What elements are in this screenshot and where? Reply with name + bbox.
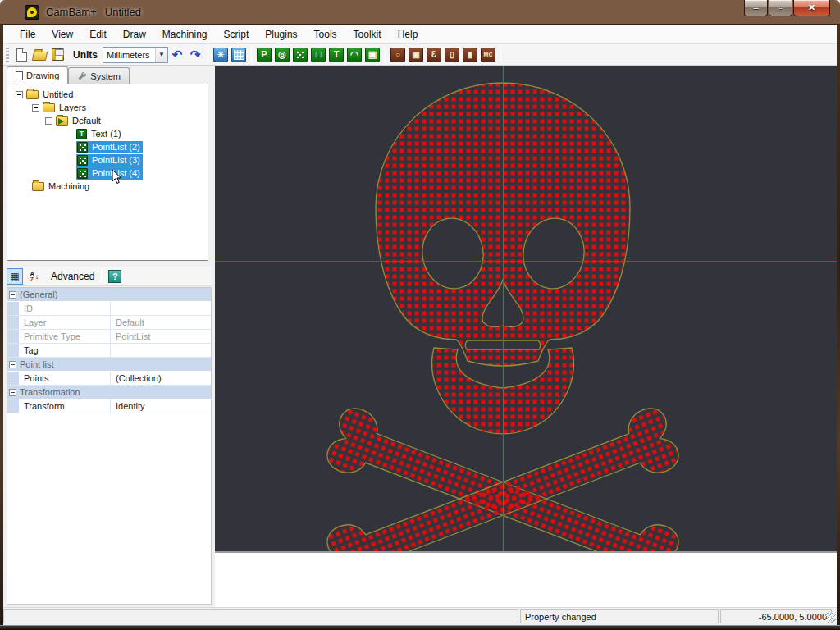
help-icon: ? — [112, 272, 118, 281]
toolbar-grip[interactable] — [6, 48, 9, 62]
collapse-icon[interactable] — [9, 389, 16, 396]
tree-item-untitled[interactable]: Untitled — [7, 88, 208, 101]
tree-item-text-1[interactable]: T Text (1) — [7, 127, 208, 140]
close-button[interactable]: ✕ — [793, 0, 830, 16]
property-toolbar: ▦ AZ↓ Advanced ? — [7, 267, 212, 286]
property-category[interactable]: Transformation — [7, 386, 211, 399]
restore-icon: ▫ — [779, 2, 783, 12]
draw-polyline-button[interactable]: P — [257, 48, 272, 62]
toolbar-separator — [385, 47, 386, 63]
maximize-button[interactable]: ▫ — [769, 0, 792, 16]
collapse-icon[interactable] — [16, 91, 23, 98]
folder-icon — [26, 90, 39, 99]
engrave-mop-icon: Ɛ — [431, 51, 436, 59]
drawing-canvas[interactable] — [215, 66, 837, 551]
draw-polyline-icon: P — [261, 50, 267, 59]
tree-item-label: Text (1) — [91, 129, 121, 139]
tree-item-pointlist-4[interactable]: PointList (4) — [7, 167, 208, 180]
canvas-area — [215, 66, 837, 607]
status-message: Property changed — [520, 609, 719, 623]
collapse-icon[interactable] — [9, 361, 16, 368]
menu-view[interactable]: View — [43, 26, 81, 43]
new-file-button[interactable] — [13, 47, 30, 63]
open-file-button[interactable] — [31, 47, 48, 63]
draw-circle-button[interactable]: ◎ — [275, 48, 290, 62]
tree-item-layers[interactable]: Layers — [7, 101, 208, 114]
snap-points-icon: ✳ — [217, 51, 224, 59]
resize-grip-icon[interactable] — [825, 613, 836, 623]
draw-pointlist-button[interactable] — [293, 48, 308, 62]
toolbar-separator — [101, 270, 102, 283]
cambam-logo-icon — [25, 5, 39, 20]
property-row[interactable]: Primitive Type PointList — [7, 330, 211, 344]
text-entity-icon: T — [76, 129, 87, 139]
undo-button[interactable]: ↶ — [169, 47, 185, 63]
menu-help[interactable]: Help — [390, 26, 427, 43]
lathe-mop-button[interactable]: ▮ — [463, 48, 477, 62]
help-button[interactable]: ? — [108, 270, 121, 283]
lathe-mop-icon: ▮ — [468, 51, 472, 59]
toolbar-separator — [251, 47, 252, 63]
drill-mop-button[interactable]: ▯ — [445, 48, 459, 62]
property-row[interactable]: Transform Identity — [7, 399, 211, 413]
collapse-icon[interactable] — [45, 117, 52, 125]
save-file-button[interactable] — [49, 47, 66, 63]
tab-system[interactable]: System — [68, 67, 130, 84]
tree-item-pointlist-3[interactable]: PointList (3) — [7, 153, 208, 167]
advanced-toggle[interactable]: Advanced — [51, 271, 94, 282]
tree-item-default-layer[interactable]: Default — [7, 114, 208, 127]
property-category[interactable]: Point list — [7, 358, 211, 372]
folder-icon — [43, 103, 55, 112]
tree-item-label: PointList (2) — [92, 142, 140, 152]
collapse-icon[interactable] — [9, 291, 16, 299]
canvas-lower-blank — [215, 551, 837, 607]
draw-arc-button[interactable]: ◠ — [347, 48, 362, 62]
tree-item-pointlist-2[interactable]: PointList (2) — [7, 140, 208, 153]
window-border-right — [837, 25, 840, 625]
undo-icon: ↶ — [172, 48, 183, 62]
grid-toggle-button[interactable] — [231, 48, 246, 62]
menu-plugins[interactable]: Plugins — [257, 26, 305, 43]
alphabetical-sort-button[interactable]: AZ↓ — [26, 268, 43, 285]
property-row[interactable]: ID — [7, 302, 211, 316]
property-row[interactable]: Layer Default — [7, 316, 211, 330]
category-label: Transformation — [20, 387, 80, 397]
category-label: Point list — [20, 359, 54, 369]
categorized-icon: ▦ — [10, 271, 19, 282]
collapse-icon[interactable] — [32, 104, 39, 112]
units-combobox[interactable]: Millimeters ▼ — [103, 47, 168, 63]
menu-draw[interactable]: Draw — [115, 26, 154, 43]
property-row[interactable]: Points (Collection) — [7, 372, 211, 386]
pointlist-entity-icon — [77, 168, 88, 179]
tab-system-label: System — [90, 71, 121, 81]
nc-file-icon: MC — [484, 52, 493, 57]
menu-toolkit[interactable]: Toolkit — [345, 26, 390, 43]
minimize-button[interactable]: – — [744, 0, 768, 16]
tree-item-machining[interactable]: Machining — [7, 180, 208, 193]
tab-drawing[interactable]: Drawing — [7, 66, 68, 84]
draw-text-button[interactable]: T — [329, 48, 344, 62]
menu-edit[interactable]: Edit — [81, 26, 115, 43]
titlebar[interactable]: CamBam+ Untitled – ▫ ✕ — [0, 0, 840, 25]
draw-3d-button[interactable]: ▣ — [365, 48, 380, 62]
property-row[interactable]: Tag — [7, 344, 211, 358]
property-category[interactable]: (General) — [7, 288, 211, 302]
nc-file-button[interactable]: MC — [481, 48, 495, 62]
menu-script[interactable]: Script — [216, 26, 258, 43]
draw-rectangle-button[interactable]: □ — [311, 48, 326, 62]
menu-file[interactable]: File — [11, 26, 43, 43]
status-section-left — [3, 609, 518, 623]
categorized-view-button[interactable]: ▦ — [7, 268, 23, 285]
drawing-tree[interactable]: Untitled Layers Default T Text (1) Point… — [7, 84, 208, 261]
engrave-mop-button[interactable]: Ɛ — [427, 48, 441, 62]
menu-tools[interactable]: Tools — [306, 26, 345, 43]
status-coordinates: -65.0000, 5.0000 — [720, 609, 832, 623]
left-panel: Drawing System Untitled Layers Default — [3, 66, 215, 607]
pocket-mop-button[interactable]: ▣ — [409, 48, 423, 62]
redo-button[interactable]: ↷ — [187, 47, 203, 63]
snap-points-button[interactable]: ✳ — [213, 48, 228, 62]
profile-mop-button[interactable]: ○ — [390, 48, 405, 62]
chevron-down-icon[interactable]: ▼ — [155, 48, 167, 62]
app-window: CamBam+ Untitled – ▫ ✕ File View Edit Dr… — [0, 0, 840, 630]
menu-machining[interactable]: Machining — [154, 26, 216, 43]
